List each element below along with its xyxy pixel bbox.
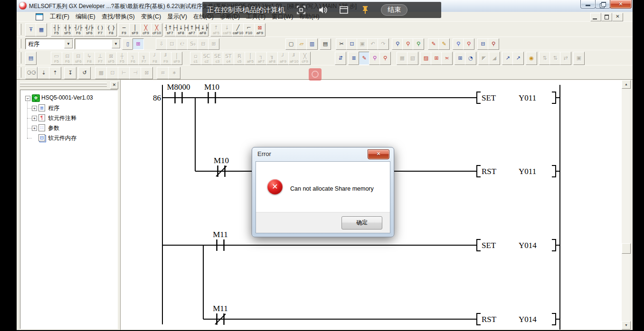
menu-item-5[interactable]: 显示(V) (167, 13, 187, 21)
toolbar-grip[interactable] (19, 39, 21, 48)
find-instruction-button[interactable]: ⚲ (413, 38, 424, 50)
zoom-in-button[interactable]: ↗ (502, 52, 513, 65)
program-select-combo[interactable]: 程序▼ (25, 38, 74, 49)
delete-line-button[interactable]: ⊠aF9 (254, 23, 265, 37)
line-edit-button[interactable]: ⌐F10 (243, 23, 255, 37)
statement-button[interactable]: ⊞ (431, 52, 442, 65)
display-mode-button[interactable]: Ŧ (25, 23, 37, 37)
find-2-button[interactable]: ⚆⚆ (25, 67, 38, 79)
monitor-write-mode-button[interactable]: ⚲ (463, 38, 474, 50)
restore-button[interactable] (595, 0, 610, 9)
monitor-mode-button[interactable]: ⚲ (453, 38, 464, 50)
tree-item-1[interactable]: +≣程序 (20, 104, 115, 112)
tree-item-2[interactable]: +¶软元件注释 (20, 114, 115, 122)
macro-button[interactable]: ▤ (25, 52, 37, 65)
falling-pulse-button[interactable]: ┤↓├sF8 (175, 23, 187, 37)
minimize-button[interactable] (580, 0, 596, 9)
tree-item-4[interactable]: ⊟软元件内存 (20, 134, 115, 142)
monitor-button[interactable]: ◉ (526, 52, 537, 65)
close-button[interactable]: ✕ (610, 0, 632, 9)
invert-line-button[interactable]: ╱caF10 (232, 23, 244, 37)
statement-edit-button[interactable]: ⚲ (488, 38, 499, 50)
clock-setting-button[interactable]: ◔ (465, 52, 476, 65)
menu-item-1[interactable]: 工程(F) (50, 13, 69, 21)
read-mode-button[interactable]: ⚲ (369, 52, 380, 65)
device-test-button[interactable]: ⇵ (335, 52, 346, 65)
panel-close-button[interactable]: ✕ (110, 82, 118, 89)
combo-dropdown-icon[interactable]: ▼ (112, 39, 120, 48)
find-button[interactable]: ⚲ (392, 38, 403, 50)
tree-root-project[interactable]: −❖HSQ5-0001-Ver1.03 (20, 94, 115, 102)
combo-dropdown-icon[interactable]: ▼ (64, 39, 73, 48)
toolbar-grip[interactable] (19, 52, 21, 64)
project-tree[interactable]: −❖HSQ5-0001-Ver1.03+≣程序+¶软元件注释+∷参数⊟软元件内存 (20, 90, 118, 329)
parallel-open-contact-button[interactable]: ╡╞sF5 (62, 23, 73, 37)
find-device-button[interactable]: ⚲ (402, 38, 414, 50)
toolbar-button: ⊟F6 (62, 52, 73, 65)
tree-item-3[interactable]: +∷参数 (20, 124, 115, 132)
tree-expand-box[interactable]: − (25, 96, 30, 101)
device-batch-button[interactable]: ≣ (348, 52, 360, 65)
end-session-button[interactable]: 结束 (381, 4, 407, 16)
pin-icon[interactable] (360, 5, 370, 15)
scroll-up-button[interactable]: ▲ (622, 80, 631, 89)
toolbar-grip[interactable] (19, 67, 21, 78)
mdi-child-icon[interactable] (36, 13, 43, 20)
closed-contact-button[interactable]: ┤/├F6 (73, 23, 84, 37)
block-select-combo[interactable]: ▼ (75, 38, 121, 49)
copy-button[interactable]: ⊡ (346, 38, 358, 50)
key-label: aF7 (258, 59, 265, 64)
window-icon[interactable] (339, 5, 349, 15)
speaker-icon[interactable] (317, 5, 328, 15)
scroll-down-button[interactable]: ▼ (622, 321, 631, 330)
print-button[interactable]: ▤ (320, 38, 331, 50)
tree-expand-box[interactable]: + (32, 116, 37, 121)
vertical-line-button[interactable]: │sF9 (129, 23, 141, 37)
application-instruction-button[interactable]: { }F8 (105, 23, 117, 37)
write-mode-button[interactable]: ✎ (428, 38, 439, 50)
device-comment-button[interactable]: ▨ (420, 52, 432, 65)
toolbar-grip[interactable] (19, 24, 21, 35)
comment-edit-button[interactable]: ⊟ (477, 38, 489, 50)
dialog-close-button[interactable]: ✕ (368, 149, 389, 159)
replace-button[interactable]: ↺ (78, 67, 91, 79)
write-mode-2-button[interactable]: ⚲ (379, 52, 391, 65)
save-project-button[interactable]: ▥ (306, 38, 318, 50)
find-next-button[interactable]: ⇣ (38, 67, 50, 79)
coil-button[interactable]: ( )F7 (95, 23, 106, 37)
mdi-close-button[interactable]: ✕ (612, 13, 623, 21)
dock-grip[interactable] (20, 84, 107, 87)
device-memory-button[interactable]: ⊞ (455, 52, 466, 65)
edit-window-button[interactable]: ▦ (36, 23, 47, 37)
menu-item-4[interactable]: 变换(C) (141, 13, 161, 21)
parallel-falling-pulse-button[interactable]: ╡↓╞aF8 (197, 23, 208, 37)
note-button[interactable]: ≍ (441, 52, 453, 65)
menu-item-2[interactable]: 编辑(E) (76, 13, 95, 21)
find-previous-button[interactable]: ⇡ (49, 67, 61, 79)
vertical-scrollbar[interactable]: ▲ ▼ (622, 80, 630, 330)
comment-display-button[interactable]: ▯ (122, 38, 133, 50)
cut-button[interactable]: ✂ (336, 38, 347, 50)
delete-vline-button[interactable]: ╳cF10 (151, 23, 162, 37)
mdi-minimize-button[interactable] (590, 13, 601, 21)
zoom-out-button[interactable]: ↗ (512, 52, 524, 65)
parallel-closed-contact-button[interactable]: ╡/╞sF6 (84, 23, 95, 37)
scrollbar-thumb[interactable] (622, 243, 631, 254)
rising-pulse-button[interactable]: ┤↑├sF7 (164, 23, 176, 37)
project-data-list-button[interactable]: ⊞ (133, 38, 144, 50)
delete-hline-button[interactable]: ╳cF9 (140, 23, 152, 37)
ladder-edit-mode-button[interactable]: ✎ (359, 52, 370, 65)
tree-expand-box[interactable]: + (32, 126, 37, 131)
open-contact-button[interactable]: ┤├F5 (51, 23, 62, 37)
new-project-button[interactable]: ▢ (285, 38, 297, 50)
horizontal-line-button[interactable]: ─F9 (118, 23, 130, 37)
fullscreen-icon[interactable] (296, 5, 306, 15)
ok-button[interactable]: 确定 (341, 216, 382, 230)
tree-expand-box[interactable]: + (32, 106, 37, 111)
open-project-button[interactable]: ▱ (296, 38, 307, 50)
mdi-restore-button[interactable] (601, 13, 612, 21)
menu-item-3[interactable]: 查找/替换(S) (102, 13, 135, 21)
jump-button[interactable]: ↧ (64, 67, 76, 79)
insert-mode-button[interactable]: ✎ (438, 38, 450, 50)
parallel-rising-pulse-button[interactable]: ╡↑╞aF7 (186, 23, 198, 37)
